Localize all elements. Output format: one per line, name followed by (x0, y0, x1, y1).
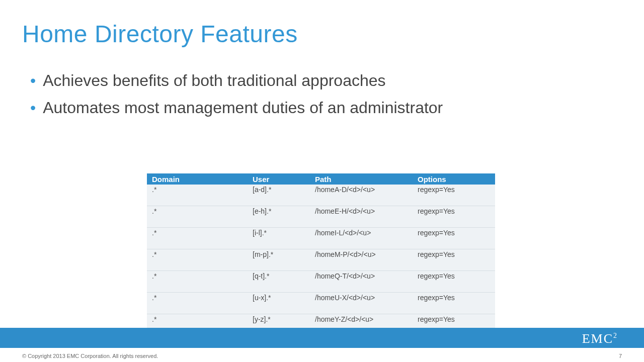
col-header-path: Path (310, 173, 413, 185)
bullet-dot-icon: • (30, 98, 36, 118)
copyright-text: © Copyright 2013 EMC Corporation. All ri… (22, 353, 158, 359)
table-row: .* [i-l].* /homeI-L/<d>/<u> regexp=Yes (147, 228, 495, 249)
cell-domain: .* (147, 293, 248, 314)
cell-user: [a-d].* (248, 185, 310, 206)
bullet-text: Automates most management duties of an a… (43, 98, 443, 118)
logo-text: EMC (582, 331, 613, 346)
home-dir-table: Domain User Path Options .* [a-d].* /hom… (147, 173, 495, 335)
table-header-row: Domain User Path Options (147, 173, 495, 185)
cell-domain: .* (147, 185, 248, 206)
cell-path: /homeE-H/<d>/<u> (310, 206, 413, 228)
logo-sup: 2 (613, 332, 617, 339)
cell-domain: .* (147, 249, 248, 271)
cell-options: regexp=Yes (413, 249, 495, 271)
table-row: .* [a-d].* /homeA-D/<d>/<u> regexp=Yes (147, 185, 495, 206)
cell-path: /homeA-D/<d>/<u> (310, 185, 413, 206)
col-header-user: User (248, 173, 310, 185)
cell-user: [u-x].* (248, 293, 310, 314)
table-row: .* [e-h].* /homeE-H/<d>/<u> regexp=Yes (147, 206, 495, 228)
page-number: 7 (619, 353, 622, 359)
cell-options: regexp=Yes (413, 293, 495, 314)
cell-options: regexp=Yes (413, 271, 495, 293)
cell-domain: .* (147, 271, 248, 293)
cell-options: regexp=Yes (413, 206, 495, 228)
cell-path: /homeM-P/<d>/<u> (310, 249, 413, 271)
table-row: .* [m-p].* /homeM-P/<d>/<u> regexp=Yes (147, 249, 495, 271)
cell-path: /homeQ-T/<d>/<u> (310, 271, 413, 293)
cell-user: [q-t].* (248, 271, 310, 293)
emc-logo: EMC2 (582, 331, 617, 346)
col-header-domain: Domain (147, 173, 248, 185)
footer-bar (0, 328, 644, 348)
cell-options: regexp=Yes (413, 185, 495, 206)
col-header-options: Options (413, 173, 495, 185)
bullet-item: • Automates most management duties of an… (30, 98, 594, 118)
bullet-item: • Achieves benefits of both traditional … (30, 70, 594, 90)
cell-path: /homeI-L/<d>/<u> (310, 228, 413, 249)
cell-user: [m-p].* (248, 249, 310, 271)
cell-domain: .* (147, 228, 248, 249)
cell-options: regexp=Yes (413, 228, 495, 249)
slide: Home Directory Features • Achieves benef… (0, 0, 644, 362)
table-row: .* [u-x].* /homeU-X/<d>/<u> regexp=Yes (147, 293, 495, 314)
table-row: .* [q-t].* /homeQ-T/<d>/<u> regexp=Yes (147, 271, 495, 293)
cell-domain: .* (147, 206, 248, 228)
cell-user: [i-l].* (248, 228, 310, 249)
bullet-list: • Achieves benefits of both traditional … (30, 70, 594, 125)
slide-title: Home Directory Features (22, 20, 298, 48)
cell-path: /homeU-X/<d>/<u> (310, 293, 413, 314)
bullet-dot-icon: • (30, 70, 36, 90)
cell-user: [e-h].* (248, 206, 310, 228)
bullet-text: Achieves benefits of both traditional ap… (43, 70, 385, 90)
